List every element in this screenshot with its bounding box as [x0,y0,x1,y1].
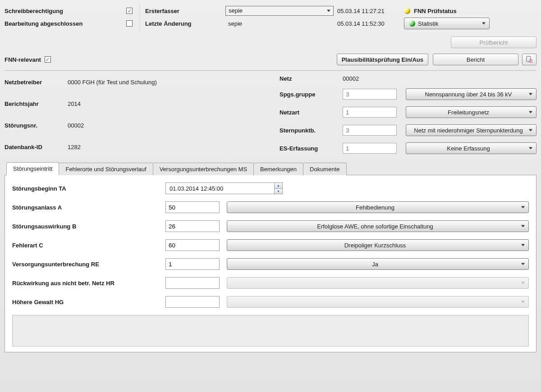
stoerungsbeginn-stepper-up[interactable]: ▲ [275,183,282,189]
fehlerart-select[interactable]: Dreipoliger Kurzschluss [227,239,529,251]
tab-versorgungsunterbrechungen[interactable]: Versorgungsunterbrechungen MS [153,163,254,175]
stoerungsnr-label: Störungsnr. [5,122,68,129]
berichtsjahr-label: Berichtsjahr [5,100,68,107]
first-author-value: sepie [229,7,243,14]
tab-dokumente[interactable]: Dokumente [303,163,346,175]
vu-label: Versorgungsunterbrechung RE [12,261,165,268]
datenbank-id-label: Datenbank-ID [5,144,68,150]
rueckwirkung-code-input[interactable] [165,277,220,289]
tab-fehlerorte[interactable]: Fehlerorte und Störungsverlauf [59,163,153,175]
spgs-code-input[interactable] [343,89,397,100]
pruefbericht-button[interactable]: Prüfbericht [451,36,536,48]
fnn-relevant-checkbox[interactable] [45,56,51,63]
tab-bemerkungen[interactable]: Bemerkungen [254,163,303,175]
hg-select[interactable] [227,296,529,308]
write-permission-checkbox[interactable] [126,8,133,14]
stoerungsbeginn-stepper-down[interactable]: ▼ [275,189,282,194]
rueckwirkung-label: Rückwirkung aus nicht betr. Netz HR [12,280,165,287]
netzbetreiber-label: Netzbetreiber [5,79,68,86]
first-author-timestamp: 05.03.14 11:27:21 [337,8,400,14]
spgs-label: Spgs.gruppe [280,91,338,98]
statistik-label: Statistik [418,20,439,27]
anlass-label: Störungsanlass A [12,204,165,211]
es-select[interactable]: Keine Erfassung [406,142,536,154]
stoerungsnr-value: 00002 [68,122,280,129]
fehlerart-code-input[interactable] [165,239,220,251]
editing-done-label: Bearbeitung abgeschlossen [5,20,126,27]
rueckwirkung-select[interactable] [227,277,529,289]
netz-label: Netz [280,75,338,82]
statistik-status-icon [409,20,415,27]
document-icon [526,56,533,63]
first-author-select[interactable]: sepie [225,6,334,16]
editing-done-checkbox[interactable] [126,20,133,27]
anlass-code-input[interactable] [165,201,220,213]
report-icon-button[interactable] [522,54,536,65]
last-change-value: sepie [225,20,334,27]
vu-code-input[interactable] [165,258,220,270]
sternpunkt-select[interactable]: Netz mit niederohmiger Sternpunkterdung [406,124,536,136]
spgs-select[interactable]: Nennspannung über 24 bis 36 kV [406,88,536,100]
tab-stoerungseintritt[interactable]: Störungseintritt [6,162,59,175]
divider [5,70,536,71]
anlass-select[interactable]: Fehlbedienung [227,201,529,213]
fnn-status-label: FNN Prüfstatus [414,8,457,14]
vertical-separator [140,5,141,32]
last-change-timestamp: 05.03.14 11:52:30 [337,20,400,27]
es-code-input[interactable] [343,143,397,154]
netzart-select[interactable]: Freileitungsnetz [406,106,536,118]
first-author-label: Ersterfasser [145,8,222,14]
hg-code-input[interactable] [165,296,220,308]
last-change-label: Letzte Änderung [145,20,222,27]
netzart-code-input[interactable] [343,107,397,118]
vu-select[interactable]: Ja [227,258,529,270]
fehlerart-label: Fehlerart C [12,242,165,249]
berichtsjahr-value: 2014 [68,100,280,107]
status-panel [12,315,529,346]
netzbetreiber-value: 0000 FGH (für Test und Schulung) [68,79,280,86]
write-permission-label: Schreibberechtigung [5,8,126,14]
hg-label: Höhere Gewalt HG [12,299,165,305]
fnn-status-icon [404,8,410,14]
bericht-button[interactable]: Bericht [433,54,518,65]
auswirkung-code-input[interactable] [165,220,220,232]
stoerungsbeginn-label: Störungsbeginn TA [12,185,165,192]
auswirkung-label: Störungsauswirkung B [12,223,165,230]
statistik-select[interactable]: Statistik [404,18,490,29]
plausibilitaet-button[interactable]: Plausibilitätsprüfung Ein/Aus [337,54,428,65]
fnn-relevant-label: FNN-relevant [5,56,41,63]
netz-value: 00002 [343,75,401,82]
svg-rect-0 [527,56,531,62]
stoerungsbeginn-input[interactable]: 01.03.2014 12:45:00 [165,182,275,194]
netzart-label: Netzart [280,109,338,116]
auswirkung-select[interactable]: Erfolglose AWE, ohne sofortige Einschalt… [227,220,529,232]
es-label: ES-Erfassung [280,145,338,152]
sternpunkt-label: Sternpunktb. [280,127,338,134]
svg-line-2 [532,62,533,63]
datenbank-id-value: 1282 [68,144,280,150]
sternpunkt-code-input[interactable] [343,125,397,136]
